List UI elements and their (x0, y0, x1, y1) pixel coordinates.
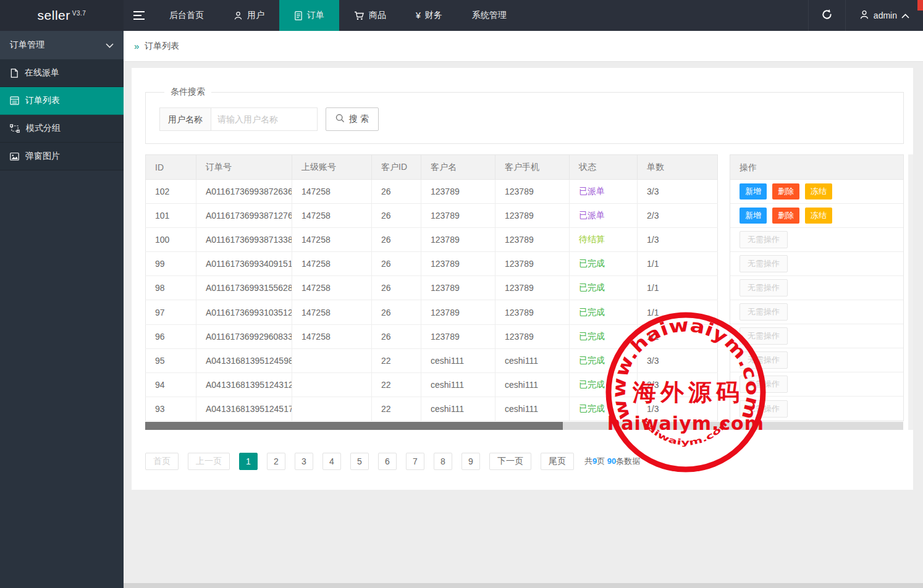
order-table-main: ID订单号上级账号客户ID客户名客户手机状态单数 102A01161736993… (145, 154, 718, 421)
data-cell: 147258 (292, 324, 372, 348)
search-fieldset: 条件搜索 用户名称 搜 索 (145, 86, 904, 144)
data-cell: 123789 (495, 252, 570, 276)
yen-icon: ¥ (416, 10, 421, 20)
chevron-down-icon (106, 40, 114, 50)
page-number-button[interactable]: 8 (434, 453, 452, 470)
column-header: 上级账号 (292, 155, 372, 180)
page-prev-button: 上一页 (188, 453, 230, 470)
data-cell: 22 (372, 372, 421, 397)
horizontal-scrollbar-track[interactable] (145, 422, 903, 430)
status-cell: 已完成 (570, 348, 638, 372)
sidebar-item-popup-image[interactable]: 弹窗图片 (0, 143, 124, 170)
page-number-button[interactable]: 7 (406, 453, 424, 470)
data-cell: ceshi111 (421, 397, 495, 421)
sidebar-item-mode-group[interactable]: 模式分组 (0, 115, 124, 143)
page-next-button[interactable]: 下一页 (489, 453, 531, 470)
nav-item-label: 用户 (247, 10, 264, 21)
sidebar-item-label: 订单列表 (25, 95, 60, 106)
refresh-button[interactable] (808, 0, 845, 31)
sidebar-item-order-list[interactable]: 订单列表 (0, 87, 124, 115)
table-row: 93A0413168139512451722ceshi111ceshi111已完… (146, 397, 718, 421)
sidebar-items: 在线派单订单列表模式分组弹窗图片 (0, 59, 124, 170)
search-legend: 条件搜索 (164, 86, 211, 98)
nav-item-label: 后台首页 (169, 10, 204, 21)
sidebar-item-label: 在线派单 (25, 67, 59, 78)
nav-item-system[interactable]: 系统管理 (457, 0, 521, 31)
data-cell: A04131681395124517 (196, 397, 292, 421)
user-icon (859, 10, 869, 22)
status-badge: 已完成 (579, 355, 605, 365)
data-cell: 26 (372, 180, 421, 204)
nav-item-orders[interactable]: 订单 (279, 0, 339, 31)
actions-row: 无需操作 (730, 324, 903, 348)
page-last-button[interactable]: 尾页 (541, 453, 574, 470)
nav-item-users[interactable]: 用户 (219, 0, 279, 31)
nav-item-label: 商品 (369, 10, 386, 21)
data-cell: 123789 (421, 276, 495, 300)
chevron-up-icon (901, 10, 909, 20)
status-badge: 已完成 (579, 282, 605, 292)
status-badge: 待结算 (579, 234, 605, 244)
data-cell: 1/1 (638, 324, 718, 348)
actions-row: 无需操作 (730, 397, 903, 421)
data-cell: 2/3 (638, 204, 718, 228)
data-cell: 102 (146, 180, 196, 204)
horizontal-scrollbar-thumb[interactable] (145, 422, 563, 430)
page-number-button[interactable]: 3 (295, 453, 313, 470)
data-cell: 1/3 (638, 228, 718, 252)
page-number-button[interactable]: 5 (350, 453, 369, 470)
freeze-button[interactable]: 冻结 (805, 183, 832, 200)
data-cell: 147258 (292, 228, 372, 252)
table-row: 102A011617369938726361472582612378912378… (146, 180, 718, 204)
nav-item-goods[interactable]: 商品 (339, 0, 401, 31)
page-number-button[interactable]: 2 (267, 453, 285, 470)
user-icon (234, 11, 243, 20)
column-header: 订单号 (196, 155, 292, 180)
pagination-info: 共9页 90条数据 (584, 456, 640, 467)
vertical-scrollbar[interactable] (908, 154, 913, 430)
nav-item-home[interactable]: 后台首页 (154, 0, 219, 31)
main-area: » 订单列表 条件搜索 用户名称 搜 索 (124, 31, 923, 588)
page-number-button[interactable]: 6 (378, 453, 397, 470)
delete-button[interactable]: 删除 (772, 208, 799, 224)
page-number-button[interactable]: 4 (322, 453, 341, 470)
refresh-icon (821, 9, 833, 23)
top-nav-menu: 后台首页用户订单商品¥财务系统管理 (154, 0, 521, 31)
data-cell: 3/3 (638, 180, 718, 204)
username-input[interactable] (211, 107, 318, 131)
delete-button[interactable]: 删除 (772, 183, 799, 200)
username-label: 用户名称 (159, 107, 211, 131)
content-card: 条件搜索 用户名称 搜 索 (132, 68, 913, 490)
sidebar-item-online-dispatch[interactable]: 在线派单 (0, 59, 124, 87)
data-cell: ceshi111 (421, 348, 495, 372)
page-first-button: 首页 (145, 453, 179, 470)
data-cell: A01161736993103512 (196, 300, 292, 324)
nav-item-finance[interactable]: ¥财务 (401, 0, 457, 31)
admin-menu[interactable]: admin (845, 0, 923, 31)
search-button[interactable]: 搜 索 (326, 107, 379, 131)
status-badge: 已派单 (579, 210, 605, 220)
data-cell: 22 (372, 348, 421, 372)
page-scrollbar[interactable] (124, 583, 923, 588)
navbar-right: admin (808, 0, 923, 31)
freeze-button[interactable]: 冻结 (805, 208, 832, 224)
breadcrumb-label: 订单列表 (145, 41, 179, 52)
data-cell: 147258 (292, 204, 372, 228)
actions-row: 无需操作 (730, 252, 903, 276)
sidebar-group-order-management[interactable]: 订单管理 (0, 31, 124, 59)
data-cell: 26 (372, 204, 421, 228)
actions-row: 无需操作 (730, 348, 903, 372)
menu-collapse-icon[interactable] (124, 0, 154, 31)
list-icon (10, 96, 19, 105)
data-cell: 95 (146, 348, 196, 372)
brand-version: V3.7 (72, 10, 86, 17)
no-action-button: 无需操作 (740, 327, 788, 345)
page-number-button[interactable]: 9 (462, 453, 480, 470)
add-button[interactable]: 新增 (740, 183, 767, 200)
data-cell: 1/3 (638, 397, 718, 421)
add-button[interactable]: 新增 (740, 208, 767, 224)
actions-column: 操作 新增删除冻结新增删除冻结无需操作无需操作无需操作无需操作无需操作无需操作无… (730, 154, 904, 421)
no-action-button: 无需操作 (740, 279, 788, 296)
brand-logo: seller V3.7 (0, 0, 124, 31)
status-cell: 已完成 (570, 276, 638, 300)
